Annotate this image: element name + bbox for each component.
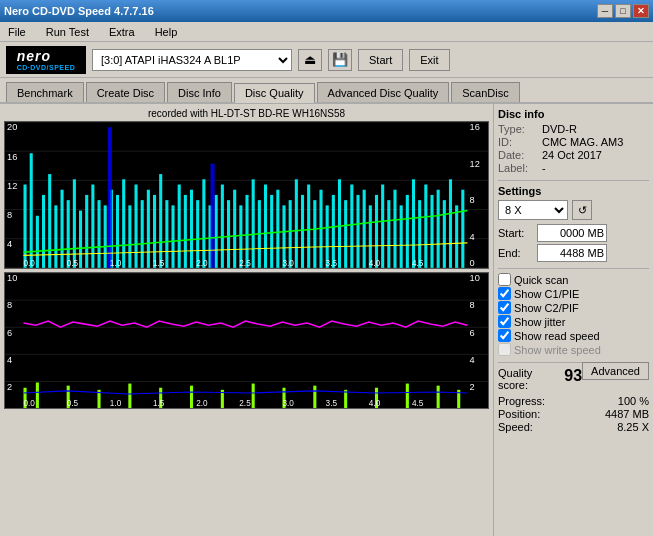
quality-score-value: 93 (564, 367, 582, 391)
tab-benchmark[interactable]: Benchmark (6, 82, 84, 102)
svg-text:4.0: 4.0 (369, 399, 381, 408)
svg-text:20: 20 (7, 122, 17, 132)
start-button[interactable]: Start (358, 49, 403, 71)
show-read-speed-checkbox[interactable] (498, 329, 511, 342)
show-jitter-checkbox[interactable] (498, 315, 511, 328)
svg-text:2.0: 2.0 (196, 399, 208, 408)
svg-text:3.0: 3.0 (282, 399, 294, 408)
svg-text:6: 6 (7, 327, 12, 337)
start-row: Start: (498, 224, 649, 242)
menu-run-test[interactable]: Run Test (42, 24, 93, 40)
svg-rect-121 (128, 383, 131, 408)
svg-rect-77 (393, 190, 396, 268)
svg-text:4.0: 4.0 (369, 259, 381, 268)
show-write-speed-checkbox[interactable] (498, 343, 511, 356)
disc-info-section: Disc info Type: DVD-R ID: CMC MAG. AM3 D… (498, 108, 649, 174)
tab-scan-disc[interactable]: ScanDisc (451, 82, 519, 102)
svg-rect-80 (412, 179, 415, 268)
titlebar-controls: ─ □ ✕ (597, 4, 649, 18)
svg-rect-90 (211, 164, 215, 268)
progress-row: Progress: 100 % (498, 395, 649, 407)
svg-rect-127 (313, 386, 316, 409)
svg-rect-67 (332, 195, 335, 268)
advanced-button[interactable]: Advanced (582, 362, 649, 380)
show-write-speed-row: Show write speed (498, 343, 649, 356)
quality-score-row: Quality score: 93 (498, 367, 582, 391)
svg-rect-29 (97, 200, 100, 268)
show-read-speed-label: Show read speed (514, 330, 600, 342)
svg-rect-36 (141, 200, 144, 268)
svg-text:4: 4 (7, 355, 12, 365)
svg-rect-84 (437, 190, 440, 268)
type-value: DVD-R (542, 123, 577, 135)
show-write-speed-label: Show write speed (514, 344, 601, 356)
svg-rect-28 (91, 185, 94, 268)
speed-row-2: Speed: 8.25 X (498, 421, 649, 433)
svg-rect-101 (5, 273, 488, 409)
svg-rect-76 (387, 200, 390, 268)
tab-create-disc[interactable]: Create Disc (86, 82, 165, 102)
menu-file[interactable]: File (4, 24, 30, 40)
svg-text:10: 10 (7, 273, 17, 283)
divider-2 (498, 268, 649, 269)
show-c2pif-checkbox[interactable] (498, 301, 511, 314)
svg-rect-75 (381, 185, 384, 268)
show-c1pie-checkbox[interactable] (498, 287, 511, 300)
end-input[interactable] (537, 244, 607, 262)
svg-rect-46 (202, 179, 205, 268)
tab-disc-info[interactable]: Disc Info (167, 82, 232, 102)
svg-rect-72 (363, 190, 366, 268)
drive-select[interactable]: [3:0] ATAPI iHAS324 A BL1P (92, 49, 292, 71)
refresh-icon[interactable]: ↺ (572, 200, 592, 220)
svg-text:0.5: 0.5 (67, 259, 79, 268)
menu-help[interactable]: Help (151, 24, 182, 40)
svg-rect-74 (375, 195, 378, 268)
svg-rect-23 (60, 190, 63, 268)
svg-text:8: 8 (470, 195, 475, 205)
disc-label-row: Label: - (498, 162, 649, 174)
maximize-button[interactable]: □ (615, 4, 631, 18)
speed-select[interactable]: 8 X (498, 200, 568, 220)
show-read-speed-row: Show read speed (498, 329, 649, 342)
svg-rect-130 (406, 383, 409, 408)
settings-section: Settings 8 X ↺ Start: End: (498, 185, 649, 262)
progress-label: Progress: (498, 395, 545, 407)
date-value: 24 Oct 2017 (542, 149, 602, 161)
id-row: ID: CMC MAG. AM3 (498, 136, 649, 148)
svg-rect-39 (159, 174, 162, 268)
top-chart: 20 16 12 8 4 16 12 8 4 0 (4, 121, 489, 269)
disc-label-label: Label: (498, 162, 538, 174)
svg-rect-40 (165, 200, 168, 268)
svg-rect-56 (264, 185, 267, 268)
exit-button[interactable]: Exit (409, 49, 449, 71)
svg-rect-69 (344, 200, 347, 268)
minimize-button[interactable]: ─ (597, 4, 613, 18)
svg-text:16: 16 (7, 151, 17, 161)
bottom-chart-svg: 10 8 6 4 2 10 8 6 4 2 (5, 273, 488, 409)
svg-text:1.0: 1.0 (110, 259, 122, 268)
quick-scan-checkbox[interactable] (498, 273, 511, 286)
chart-title: recorded with HL-DT-ST BD-RE WH16NS58 (4, 108, 489, 119)
menu-extra[interactable]: Extra (105, 24, 139, 40)
svg-text:2: 2 (7, 382, 12, 392)
speed-row: 8 X ↺ (498, 200, 649, 220)
id-label: ID: (498, 136, 538, 148)
tab-advanced-disc-quality[interactable]: Advanced Disc Quality (317, 82, 450, 102)
svg-text:2.5: 2.5 (239, 399, 251, 408)
svg-rect-44 (190, 190, 193, 268)
svg-text:2.5: 2.5 (239, 259, 251, 268)
eject-icon[interactable]: ⏏ (298, 49, 322, 71)
close-button[interactable]: ✕ (633, 4, 649, 18)
svg-rect-41 (171, 205, 174, 268)
start-input[interactable] (537, 224, 607, 242)
tab-disc-quality[interactable]: Disc Quality (234, 83, 315, 103)
show-c2pif-row: Show C2/PIF (498, 301, 649, 314)
save-icon[interactable]: 💾 (328, 49, 352, 71)
date-row: Date: 24 Oct 2017 (498, 149, 649, 161)
svg-text:1.5: 1.5 (153, 399, 165, 408)
show-jitter-row: Show jitter (498, 315, 649, 328)
end-row: End: (498, 244, 649, 262)
quick-scan-label: Quick scan (514, 274, 568, 286)
svg-rect-18 (30, 153, 33, 268)
svg-text:8: 8 (7, 300, 12, 310)
